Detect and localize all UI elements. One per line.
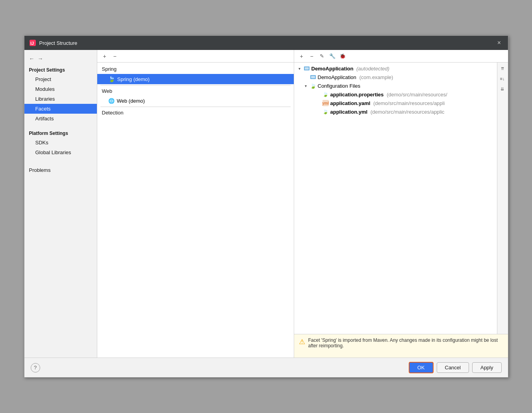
tree-app-yml-item[interactable]: ▸ 🍃 application.yml (demo/src/main/resou… (294, 107, 497, 116)
separator-1 (100, 85, 291, 85)
right-panel-inner: ▾ DemoApplication (autodetected) ▸ (294, 63, 508, 334)
demo-app-icon (310, 74, 316, 80)
right-wrench-button[interactable]: 🔧 (328, 52, 337, 61)
root-chevron: ▾ (297, 66, 302, 71)
app-properties-label: application.properties (demo/src/main/re… (330, 92, 447, 98)
sidebar-item-libraries[interactable]: Libraries (24, 94, 97, 104)
dialog-title: Project Structure (39, 40, 78, 46)
warning-bar: ⚠ Facet 'Spring' is imported from Maven.… (294, 334, 508, 358)
tree-app-properties-item[interactable]: ▸ 🍃 application.properties (demo/src/mai… (294, 90, 497, 99)
config-files-spring-icon: 🍃 (310, 83, 316, 89)
right-panel: + − ✎ 🔧 🐞 ▾ DemoApplication (294, 50, 508, 358)
web-icon: 🌐 (108, 98, 115, 104)
spring-demo-label: Spring (demo) (117, 76, 150, 82)
demo-app-label: DemoApplication (com.example) (318, 74, 393, 80)
right-edit-button[interactable]: ✎ (318, 52, 326, 61)
spring-leaf-icon: 🍃 (108, 76, 115, 82)
content-area: ← → Project Settings Project Modules Lib… (24, 50, 508, 358)
sort-up-up-button[interactable]: ⇈ (498, 64, 507, 73)
sort-down-button[interactable]: ⇊ (498, 85, 507, 93)
right-add-button[interactable]: + (297, 52, 306, 61)
app-properties-icon: 🍃 (323, 91, 329, 98)
right-tree: ▾ DemoApplication (autodetected) ▸ (294, 63, 497, 334)
nav-back-button[interactable]: ← (29, 55, 35, 62)
sidebar-item-global-libraries[interactable]: Global Libraries (24, 148, 97, 157)
web-group-header: Web (97, 86, 294, 96)
tree-demo-app-item[interactable]: ▸ DemoApplication (com.example) (294, 73, 497, 81)
remove-facet-button[interactable]: − (111, 52, 119, 61)
app-yaml-icon: yml (323, 100, 329, 106)
close-button[interactable]: × (495, 39, 503, 47)
right-side-buttons: ⇈ ≡↓ ⇊ (497, 63, 508, 334)
svg-rect-3 (305, 67, 309, 70)
separator-2 (100, 107, 291, 107)
sort-up-button[interactable]: ≡↓ (498, 74, 507, 83)
spring-demo-facet[interactable]: 🍃 Spring (demo) (97, 74, 294, 84)
add-facet-button[interactable]: + (100, 52, 109, 61)
sidebar-item-sdks[interactable]: SDKs (24, 138, 97, 148)
root-label: DemoApplication (autodetected) (311, 66, 389, 72)
sidebar: ← → Project Settings Project Modules Lib… (24, 50, 97, 358)
title-bar: IJ Project Structure × (24, 36, 508, 50)
sidebar-item-problems[interactable]: Problems (24, 165, 97, 175)
ok-button[interactable]: OK (409, 362, 434, 373)
app-yml-icon: 🍃 (323, 109, 329, 115)
web-demo-facet[interactable]: 🌐 Web (demo) (97, 96, 294, 106)
warning-icon: ⚠ (299, 337, 305, 346)
spring-group-header: Spring (97, 64, 294, 74)
detection-group-header: Detection (97, 108, 294, 118)
root-label-italic: (autodetected) (356, 66, 389, 72)
apply-button[interactable]: Apply (472, 362, 502, 373)
bottom-right: OK Cancel Apply (409, 362, 502, 373)
middle-panel: + − Spring 🍃 Spring (demo) Web 🌐 Web (de… (97, 50, 294, 358)
right-detect-button[interactable]: 🐞 (338, 52, 347, 61)
tree-config-files-item[interactable]: ▾ 🍃 Configuration Files (294, 81, 497, 90)
middle-toolbar: + − (97, 50, 294, 63)
cancel-button[interactable]: Cancel (437, 362, 469, 373)
right-remove-button[interactable]: − (308, 52, 316, 61)
config-files-label: Configuration Files (318, 83, 360, 89)
title-bar-left: IJ Project Structure (29, 39, 78, 46)
nav-forward-button[interactable]: → (38, 55, 43, 62)
bottom-bar: ? OK Cancel Apply (24, 358, 508, 377)
app-yml-label: application.yml (demo/src/main/resources… (330, 109, 445, 115)
sidebar-item-project[interactable]: Project (24, 74, 97, 84)
right-toolbar: + − ✎ 🔧 🐞 (294, 50, 508, 63)
web-demo-label: Web (demo) (117, 98, 145, 104)
facets-list: Spring 🍃 Spring (demo) Web 🌐 Web (demo) … (97, 63, 294, 358)
app-icon: IJ (29, 39, 36, 46)
sidebar-item-artifacts[interactable]: Artifacts (24, 114, 97, 124)
platform-settings-header: Platform Settings (24, 128, 97, 138)
bottom-left: ? (31, 363, 40, 372)
tree-root-item[interactable]: ▾ DemoApplication (autodetected) (294, 64, 497, 73)
svg-text:IJ: IJ (30, 41, 34, 46)
config-files-chevron: ▾ (304, 83, 308, 88)
help-button[interactable]: ? (31, 363, 40, 372)
svg-rect-5 (311, 76, 315, 78)
warning-message: Facet 'Spring' is imported from Maven. A… (308, 337, 503, 348)
sidebar-item-facets[interactable]: Facets (24, 104, 97, 114)
sidebar-item-modules[interactable]: Modules (24, 84, 97, 94)
root-module-icon (304, 65, 310, 72)
tree-app-yaml-item[interactable]: ▸ yml application.yaml (demo/src/main/re… (294, 99, 497, 107)
project-structure-dialog: IJ Project Structure × ← → Project Setti… (24, 35, 508, 378)
project-settings-header: Project Settings (24, 65, 97, 74)
app-yaml-label: application.yaml (demo/src/main/resource… (330, 100, 445, 106)
